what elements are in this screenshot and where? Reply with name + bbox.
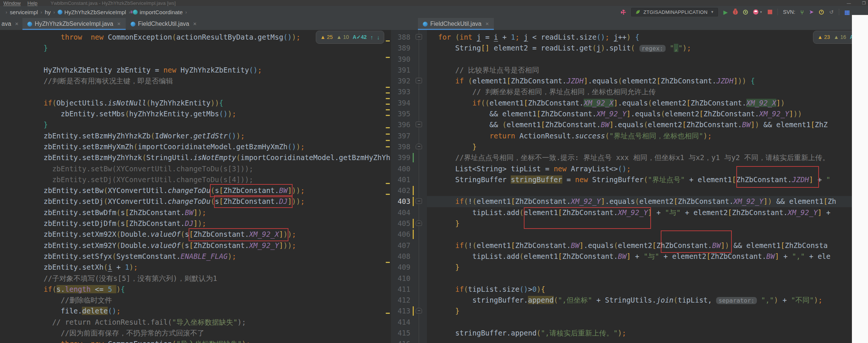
code-line[interactable]: zbEntity.setBw(XYConvertUtil.changeToDu(… bbox=[9, 185, 391, 196]
gutter-line[interactable]: 397 bbox=[391, 131, 427, 141]
gutter-line[interactable]: 388− bbox=[391, 32, 427, 43]
stripe-warning-mark[interactable] bbox=[386, 98, 390, 99]
code-line[interactable]: if(s.length <= 5 ){ bbox=[9, 284, 391, 295]
chevron-down-icon[interactable]: ▼ bbox=[760, 10, 762, 14]
code-line[interactable] bbox=[9, 86, 391, 97]
code-line[interactable]: for (int j = i + 1; j < readList.size();… bbox=[438, 32, 868, 43]
code-line[interactable]: zbEntity.setBzmHyZhYhzk(StringUtil.isNot… bbox=[9, 152, 391, 163]
fold-marker[interactable]: − bbox=[416, 34, 422, 40]
stripe-warning-mark[interactable] bbox=[386, 109, 390, 110]
code-line[interactable]: // 比较界址点号是否相同 bbox=[438, 65, 868, 76]
close-tab-icon[interactable]: ✕ bbox=[15, 21, 19, 27]
code-line[interactable]: zbEntity.setBzmHyXmZh(importCooridinateM… bbox=[9, 141, 391, 152]
code-line[interactable]: tipList.add(element1[ZhZbConstant.BW] + … bbox=[438, 251, 868, 262]
gutter-line[interactable]: 403− bbox=[391, 196, 427, 207]
stop-button[interactable] bbox=[768, 10, 772, 14]
gutter-line[interactable]: 390 bbox=[391, 54, 427, 65]
gutter-line[interactable]: 414 bbox=[391, 317, 427, 328]
error-stripe[interactable] bbox=[385, 30, 391, 343]
gutter-line[interactable]: 408 bbox=[391, 251, 427, 262]
gutter-line[interactable]: 415 bbox=[391, 328, 427, 339]
code-line[interactable]: zbEntity.setXm92Y(Double.valueOf(s[ZhZbC… bbox=[9, 240, 391, 251]
gutter-line[interactable]: 410 bbox=[391, 273, 427, 284]
grid-icon[interactable]: ▦ bbox=[844, 9, 850, 16]
code-line[interactable]: } bbox=[438, 141, 868, 152]
close-tab-icon[interactable]: ✕ bbox=[485, 21, 489, 27]
breadcrumb-hy[interactable]: hy bbox=[45, 9, 51, 15]
gutter-line[interactable]: 416 bbox=[391, 339, 427, 343]
build-hammer-icon[interactable]: ⚒ bbox=[620, 8, 627, 16]
fold-marker[interactable]: − bbox=[416, 122, 422, 127]
tab-fieldcheckutil-right[interactable]: FieldCheckUtil.java ✕ bbox=[418, 18, 494, 30]
stripe-warning-mark[interactable] bbox=[386, 183, 390, 184]
code-line[interactable]: return ActionResult.success("界址点号相同，坐标也相… bbox=[438, 131, 868, 141]
code-line[interactable]: file.delete(); bbox=[9, 306, 391, 316]
code-line[interactable]: // 判断坐标是否相同，界址点相同，坐标也相同允许上传 bbox=[438, 86, 868, 97]
code-line[interactable]: zbEntity.setBw(XYConvertUtil.changeToDu(… bbox=[9, 163, 391, 174]
close-tab-icon[interactable]: ✕ bbox=[193, 21, 197, 27]
gutter-line[interactable]: 394 bbox=[391, 98, 427, 108]
minimize-icon[interactable]: — bbox=[847, 1, 851, 6]
code-line[interactable]: //判断是否有用海状况主键，即是否编辑 bbox=[9, 76, 391, 86]
gutter-line[interactable]: 406 bbox=[391, 229, 427, 240]
code-line[interactable]: HyZhYhzkZbEntity zbEntity = new HyZhYhzk… bbox=[9, 65, 391, 76]
code-line[interactable]: } bbox=[438, 218, 868, 229]
gutter[interactable]: 388−389390391392−393394395396−397398−399… bbox=[391, 30, 427, 343]
code-line[interactable] bbox=[438, 229, 868, 240]
prev-issue-icon[interactable]: ↑ bbox=[370, 32, 373, 43]
right-editor-pane[interactable]: 388−389390391392−393394395396−397398−399… bbox=[391, 30, 868, 343]
stripe-warning-mark[interactable] bbox=[386, 146, 390, 147]
fold-marker[interactable]: − bbox=[416, 144, 422, 149]
code-line[interactable]: //删除临时文件 bbox=[9, 295, 391, 306]
gutter-line[interactable]: 398− bbox=[391, 141, 427, 152]
coverage-button[interactable] bbox=[743, 10, 748, 15]
gutter-line[interactable]: 411 bbox=[391, 284, 427, 295]
svn-revert-icon[interactable]: ↺ bbox=[829, 9, 834, 15]
gutter-line[interactable]: 400 bbox=[391, 163, 427, 174]
gutter-line[interactable]: 407 bbox=[391, 240, 427, 251]
breadcrumb-method[interactable]: importCoordinate bbox=[133, 9, 183, 15]
stripe-warning-mark[interactable] bbox=[386, 134, 390, 135]
breadcrumb-serviceimpl[interactable]: serviceimpl bbox=[10, 9, 38, 15]
code-line[interactable]: zbEntity.setXh(i + 1); bbox=[9, 262, 391, 273]
code-line[interactable]: tipList.add(element1[ZhZbConstant.XM_92_… bbox=[438, 207, 868, 218]
debug-button[interactable] bbox=[733, 10, 738, 15]
svn-branch-icon[interactable]: ⑂ bbox=[801, 9, 804, 15]
code-line[interactable]: zbEntity.setDjDfm(s[ZhZbConstant.DJ]); bbox=[9, 218, 391, 229]
maximize-icon[interactable]: ❐ bbox=[862, 1, 866, 6]
breadcrumb-class[interactable]: HyZhYhzkZbServiceImpl bbox=[58, 9, 126, 15]
right-code-area[interactable]: for (int j = i + 1; j < readList.size();… bbox=[427, 30, 868, 343]
svn-history-icon[interactable] bbox=[819, 10, 824, 15]
next-issue-icon[interactable]: ↓ bbox=[377, 32, 380, 43]
gutter-line[interactable]: 391 bbox=[391, 65, 427, 76]
gutter-line[interactable]: 401 bbox=[391, 174, 427, 185]
code-line[interactable]: } bbox=[9, 43, 391, 53]
fold-marker[interactable]: − bbox=[416, 220, 422, 226]
code-line[interactable]: } bbox=[9, 119, 391, 130]
code-line[interactable]: if((element1[ZhZbConstant.XM_92_X].equal… bbox=[438, 98, 868, 108]
gutter-line[interactable]: 392− bbox=[391, 76, 427, 86]
code-line[interactable]: stringBuffer.append(",请核实后重新上传。"); bbox=[438, 328, 868, 339]
inspections-widget[interactable]: ▲ 25 ▲ 10 A✓42 ↑ ↓ bbox=[316, 31, 384, 44]
code-line[interactable]: && (element1[ZhZbConstant.BW].equals(ele… bbox=[438, 119, 868, 130]
stripe-warning-mark[interactable] bbox=[386, 262, 390, 263]
gutter-line[interactable]: 402 bbox=[391, 185, 427, 196]
code-line[interactable]: if(ObjectUtils.isNotNull(hyZhYhzkEntity)… bbox=[9, 98, 391, 108]
code-line[interactable]: && element1[ZhZbConstant.XM_92_Y].equals… bbox=[438, 108, 868, 119]
code-line[interactable]: } bbox=[438, 306, 868, 316]
code-line[interactable]: zbEntity.setDj(XYConvertUtil.changeToDu(… bbox=[9, 196, 391, 207]
code-line[interactable] bbox=[438, 339, 868, 343]
left-editor-pane[interactable]: throw new CommonException(actionResultBy… bbox=[0, 30, 391, 343]
svn-push-icon[interactable]: ➤ bbox=[809, 9, 814, 15]
code-line[interactable]: } bbox=[438, 262, 868, 273]
code-line[interactable]: throw new CommonException("导入坐标数据缺失"); bbox=[9, 339, 391, 343]
gutter-line[interactable]: 393 bbox=[391, 86, 427, 97]
stripe-warning-mark[interactable] bbox=[386, 40, 390, 42]
run-button[interactable]: ▶ bbox=[723, 9, 728, 15]
gutter-line[interactable]: 389 bbox=[391, 43, 427, 53]
gutter-line[interactable]: 396− bbox=[391, 119, 427, 130]
tab-fieldcheckutil[interactable]: FieldCheckUtil.java ✕ bbox=[126, 18, 202, 30]
gutter-line[interactable]: 409 bbox=[391, 262, 427, 273]
code-line[interactable]: //界址点点号相同，坐标不一致.提示: 界址点号 xxx 相同，但坐标x1 与x… bbox=[438, 152, 868, 163]
gutter-line[interactable]: 395 bbox=[391, 108, 427, 119]
